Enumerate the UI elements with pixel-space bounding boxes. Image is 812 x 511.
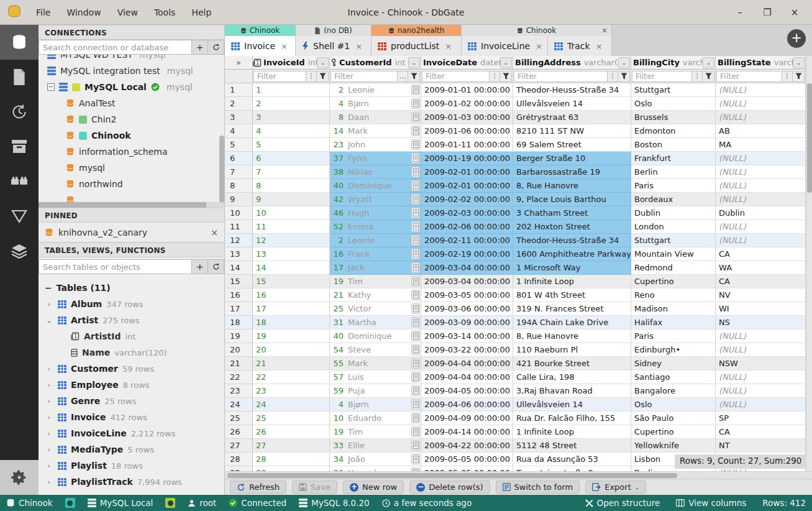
collapse-toggle[interactable]: −: [47, 83, 55, 91]
connections-vertical-scrollbar[interactable]: [219, 136, 224, 208]
cell-state[interactable]: CA: [716, 425, 806, 439]
column-menu-button[interactable]: ⌄: [703, 57, 714, 68]
cell-cust[interactable]: 21Kathy: [330, 288, 421, 302]
cell-city[interactable]: Cupertino: [631, 425, 716, 439]
open-reference-button[interactable]: [411, 208, 420, 218]
unpin-button[interactable]: ×: [211, 228, 218, 237]
cell-cust[interactable]: 2Leonie: [330, 83, 421, 97]
cell-id[interactable]: 8: [253, 179, 330, 193]
rail-item-filter[interactable]: [0, 199, 39, 234]
cell-cust[interactable]: 2Leonie: [330, 234, 421, 247]
cell-id[interactable]: 18: [253, 316, 330, 329]
new-row-button[interactable]: +New row: [343, 481, 404, 494]
row-number[interactable]: 16: [225, 288, 253, 302]
cell-cust[interactable]: 55Mark: [330, 357, 421, 371]
cell-state[interactable]: (NULL): [716, 97, 806, 111]
tab-group-3[interactable]: Chinook×: [462, 25, 612, 36]
open-reference-button[interactable]: [411, 290, 420, 300]
close-group-icon[interactable]: ×: [601, 26, 608, 35]
cell-state[interactable]: (NULL): [716, 398, 806, 412]
cell-addr[interactable]: 202 Hoxton Street: [513, 220, 631, 234]
column-header-addr[interactable]: BillingAddressvarchar(70⌄: [513, 56, 631, 69]
row-number[interactable]: 17: [225, 302, 253, 316]
tab-invoiceline[interactable]: InvoiceLine×: [462, 36, 548, 56]
expand-chevron-icon[interactable]: ›: [45, 300, 53, 308]
cell-city[interactable]: Stuttgart: [631, 83, 716, 97]
cell-city[interactable]: Madison: [631, 302, 716, 316]
close-button[interactable]: ×: [788, 7, 801, 18]
cell-state[interactable]: (NULL): [716, 220, 806, 234]
cell-city[interactable]: Paris: [631, 329, 716, 343]
table-item-playlist[interactable]: ›Playlist18 rows: [39, 458, 224, 474]
open-reference-button[interactable]: [411, 126, 420, 136]
cell-state[interactable]: NSW: [716, 357, 806, 371]
connection-item-northwind[interactable]: northwind: [39, 176, 224, 192]
cell-date[interactable]: 2009-03-22 00:00:00: [421, 343, 513, 357]
row-number[interactable]: 23: [225, 384, 253, 398]
cell-cust[interactable]: 57Luis: [330, 371, 421, 384]
open-reference-button[interactable]: [411, 249, 420, 259]
cell-city[interactable]: Redmond: [631, 261, 716, 275]
filter-more-button[interactable]: ⋮: [490, 71, 500, 82]
open-reference-button[interactable]: [411, 426, 420, 437]
cell-id[interactable]: 9: [253, 193, 330, 206]
connection-item-analtest[interactable]: AnalTest: [39, 95, 224, 111]
pinned-item[interactable]: knihovna_v2_canary ×: [39, 223, 224, 242]
filter-input-addr[interactable]: [514, 71, 608, 82]
filter-more-button[interactable]: …: [398, 71, 408, 82]
cell-addr[interactable]: 3 Chatham Street: [513, 206, 631, 220]
tab-track[interactable]: Track×: [548, 36, 612, 56]
cell-state[interactable]: AB: [716, 124, 806, 138]
column-menu-button[interactable]: ⌄: [500, 57, 512, 68]
status-mysql-8-0-20[interactable]: MySQL 8.0.20: [299, 498, 370, 508]
open-reference-button[interactable]: [411, 194, 420, 205]
row-number[interactable]: 6: [225, 152, 253, 165]
row-number[interactable]: 12: [225, 234, 253, 247]
cell-state[interactable]: NS: [716, 316, 806, 329]
open-reference-button[interactable]: [411, 262, 420, 273]
table-item-customer[interactable]: ›Customer59 rows: [39, 361, 224, 377]
cell-cust[interactable]: 40Dominique: [330, 329, 421, 343]
cell-id[interactable]: 24: [253, 398, 330, 412]
connection-item-mysql-local[interactable]: −MySQL Localmysql: [39, 79, 224, 95]
expand-chevron-icon[interactable]: ›: [45, 381, 53, 389]
row-number[interactable]: 14: [225, 261, 253, 275]
cell-state[interactable]: SP: [716, 412, 806, 425]
open-reference-button[interactable]: [411, 358, 420, 369]
cell-date[interactable]: 2009-04-22 00:00:00: [421, 439, 513, 453]
switch-to-form-button[interactable]: Switch to form: [496, 481, 580, 494]
open-reference-button[interactable]: [411, 303, 420, 314]
cell-city[interactable]: Dublin: [631, 206, 716, 220]
cell-id[interactable]: 17: [253, 302, 330, 316]
open-reference-button[interactable]: [411, 317, 420, 328]
cell-state[interactable]: (NULL): [716, 343, 806, 357]
row-number[interactable]: 1: [225, 83, 253, 97]
cell-cust[interactable]: 37Fynn: [330, 152, 421, 165]
cell-date[interactable]: 2009-05-05 00:00:00: [421, 453, 513, 466]
rail-item-layers[interactable]: [0, 234, 39, 269]
cell-id[interactable]: 13: [253, 247, 330, 261]
connections-search-input[interactable]: [39, 40, 192, 55]
table-item-mediatype[interactable]: ›MediaType5 rows: [39, 441, 224, 458]
cell-id[interactable]: 1: [253, 83, 330, 97]
cell-addr[interactable]: 69 Salem Street: [513, 138, 631, 152]
cell-id[interactable]: 20: [253, 343, 330, 357]
cell-addr[interactable]: 5112 48 Street: [513, 439, 631, 453]
cell-addr[interactable]: 194A Chain Lake Drive: [513, 316, 631, 329]
cell-id[interactable]: 3: [253, 111, 330, 124]
expand-chevron-icon[interactable]: ›: [45, 397, 53, 405]
cell-cust[interactable]: 17Jack: [330, 261, 421, 275]
cell-city[interactable]: Edinburgh•: [631, 343, 716, 357]
cell-cust[interactable]: 42Wyatt: [330, 193, 421, 206]
rail-item-file[interactable]: [0, 60, 39, 94]
cell-addr[interactable]: 8, Rue Hanovre: [513, 329, 631, 343]
filter-input-city[interactable]: [632, 71, 692, 82]
cell-state[interactable]: (NULL): [716, 384, 806, 398]
rail-item-settings[interactable]: [0, 460, 39, 495]
status-mysql-local[interactable]: MySQL Local: [88, 498, 153, 508]
cell-cust[interactable]: 34João: [330, 453, 421, 466]
cell-city[interactable]: Oslo: [631, 97, 716, 111]
cell-id[interactable]: 11: [253, 220, 330, 234]
cell-city[interactable]: Mountain View: [631, 247, 716, 261]
filter-funnel-button[interactable]: [317, 71, 329, 82]
